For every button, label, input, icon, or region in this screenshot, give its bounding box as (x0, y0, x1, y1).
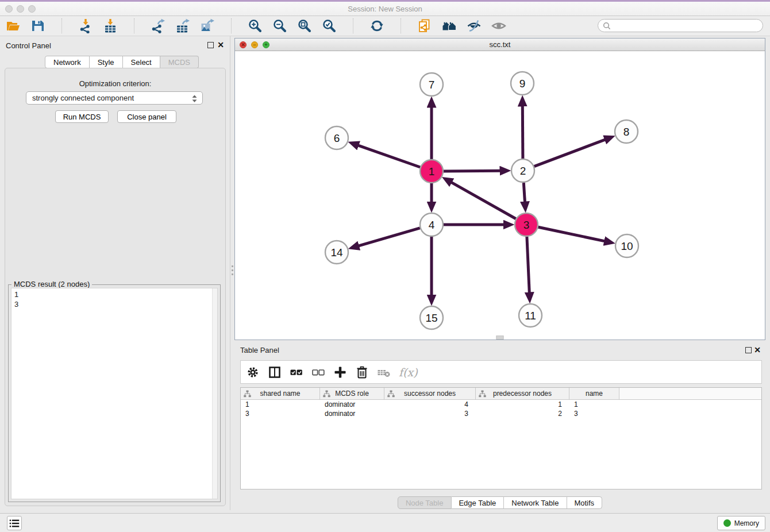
cell-predecessor-nodes[interactable]: 2 (476, 409, 569, 418)
memory-button[interactable]: Memory (717, 516, 765, 530)
graph-node-7[interactable]: 7 (420, 73, 443, 96)
float-table-panel-icon[interactable] (745, 347, 752, 353)
save-session-button[interactable] (30, 18, 45, 33)
search-input[interactable] (614, 22, 763, 30)
edge-3-1[interactable] (451, 182, 516, 219)
close-panel-button[interactable]: Close panel (117, 110, 176, 123)
cell-predecessor-nodes[interactable]: 1 (476, 400, 569, 409)
graph-node-8[interactable]: 8 (615, 120, 638, 143)
zoom-out-button[interactable] (272, 18, 287, 33)
tab-style[interactable]: Style (90, 56, 123, 68)
graph-node-2[interactable]: 2 (511, 159, 534, 182)
table-tabs: Node TableEdge TableNetwork TableMotifs (398, 496, 602, 509)
close-table-panel-icon[interactable]: ✕ (754, 345, 761, 354)
svg-text:14: 14 (330, 246, 343, 259)
edge-3-11[interactable] (527, 237, 529, 293)
column-header-shared-name[interactable]: shared name (241, 388, 320, 399)
edge-3-10[interactable] (538, 227, 605, 241)
float-panel-icon[interactable] (207, 42, 214, 48)
split-view-button[interactable] (268, 365, 282, 379)
result-scrollbar[interactable] (212, 288, 217, 499)
cell-name[interactable]: 3 (569, 409, 619, 418)
export-image-button[interactable] (200, 18, 215, 33)
mcds-result-area[interactable]: 1 3 (11, 288, 218, 499)
close-panel-icon[interactable]: ✕ (217, 40, 224, 49)
cell-mcds-role[interactable]: dominator (320, 409, 384, 418)
import-network-button[interactable] (78, 18, 93, 33)
apply-layout-button[interactable] (369, 18, 384, 33)
run-mcds-button[interactable]: Run MCDS (55, 110, 109, 123)
table-header-row: shared nameMCDS rolesuccessor nodesprede… (241, 388, 761, 400)
table-row-1[interactable]: 1dominator411 (241, 400, 761, 409)
zoom-selected-button[interactable] (322, 18, 337, 33)
edge-1-2[interactable] (444, 171, 500, 171)
add-row-button[interactable] (333, 365, 347, 379)
panel-divider-handle[interactable] (230, 264, 234, 278)
tab-network-table[interactable]: Network Table (504, 496, 567, 509)
cell-shared-name[interactable]: 3 (241, 409, 320, 418)
show-panels-button[interactable] (491, 18, 506, 33)
graph-node-10[interactable]: 10 (615, 234, 638, 257)
welcome-screen-button[interactable] (442, 18, 457, 33)
tab-select[interactable]: Select (123, 56, 160, 68)
cell-successor-nodes[interactable]: 3 (384, 409, 476, 418)
edge-2-3[interactable] (523, 183, 525, 202)
svg-text:3: 3 (523, 219, 530, 231)
view-splitter-handle[interactable] (496, 336, 504, 340)
task-history-button[interactable] (7, 516, 22, 530)
edge-2-8[interactable] (534, 140, 606, 167)
graph-node-11[interactable]: 11 (519, 304, 542, 327)
delete-table-button[interactable] (377, 365, 391, 379)
tab-network[interactable]: Network (45, 56, 90, 68)
welcome-screen-icon (442, 18, 457, 33)
delete-row-button[interactable] (355, 365, 369, 379)
column-header-successor-nodes[interactable]: successor nodes (384, 388, 476, 399)
column-header-mcds-role[interactable]: MCDS role (320, 388, 384, 399)
new-network-from-selection-button[interactable] (417, 18, 432, 33)
svg-text:1: 1 (429, 165, 435, 178)
graph-node-4[interactable]: 4 (420, 213, 443, 236)
open-session-button[interactable] (6, 18, 21, 33)
graph-node-3[interactable]: 3 (515, 213, 538, 236)
edge-1-6[interactable] (358, 145, 420, 167)
function-builder-button[interactable]: f(x) (399, 366, 418, 379)
import-table-icon (103, 18, 118, 33)
edge-2-9[interactable] (522, 106, 523, 159)
export-table-button[interactable] (175, 18, 190, 33)
edge-4-14[interactable] (358, 228, 419, 246)
network-canvas[interactable]: 7968124314101511 (235, 51, 765, 340)
criterion-select-value: strongly connected component (32, 94, 134, 102)
save-session-icon (30, 18, 45, 33)
deselect-all-button[interactable] (311, 365, 325, 379)
network-window-titlebar[interactable]: ✕ − + scc.txt (235, 38, 765, 51)
hide-panels-button[interactable] (467, 18, 482, 33)
svg-text:11: 11 (525, 310, 536, 322)
zoom-in-button[interactable] (248, 18, 263, 33)
column-type-icon (387, 390, 395, 398)
graph-node-15[interactable]: 15 (420, 306, 443, 329)
tab-edge-table[interactable]: Edge Table (451, 496, 504, 509)
settings-button[interactable] (246, 365, 260, 379)
graph-node-9[interactable]: 9 (511, 72, 534, 95)
graph-node-14[interactable]: 14 (325, 241, 348, 264)
node-table: shared nameMCDS rolesuccessor nodesprede… (240, 387, 762, 489)
tab-mcds[interactable]: MCDS (160, 56, 199, 68)
cell-shared-name[interactable]: 1 (241, 400, 320, 409)
select-all-button[interactable] (290, 365, 303, 379)
search-box[interactable] (598, 19, 763, 32)
tab-node-table[interactable]: Node Table (398, 496, 452, 509)
cell-mcds-role[interactable]: dominator (320, 400, 384, 409)
import-table-button[interactable] (103, 18, 118, 33)
column-header-name[interactable]: name (569, 388, 619, 399)
select-arrows-icon (190, 94, 199, 103)
tab-motifs[interactable]: Motifs (567, 496, 602, 509)
table-row-2[interactable]: 3dominator323 (241, 409, 761, 418)
column-header-predecessor-nodes[interactable]: predecessor nodes (476, 388, 569, 399)
criterion-select[interactable]: strongly connected component (26, 91, 203, 105)
graph-node-1[interactable]: 1 (420, 160, 443, 183)
export-network-button[interactable] (151, 18, 165, 33)
zoom-fit-button[interactable] (297, 18, 312, 33)
graph-node-6[interactable]: 6 (325, 126, 348, 149)
cell-name[interactable]: 1 (569, 400, 619, 409)
cell-successor-nodes[interactable]: 4 (384, 400, 476, 409)
